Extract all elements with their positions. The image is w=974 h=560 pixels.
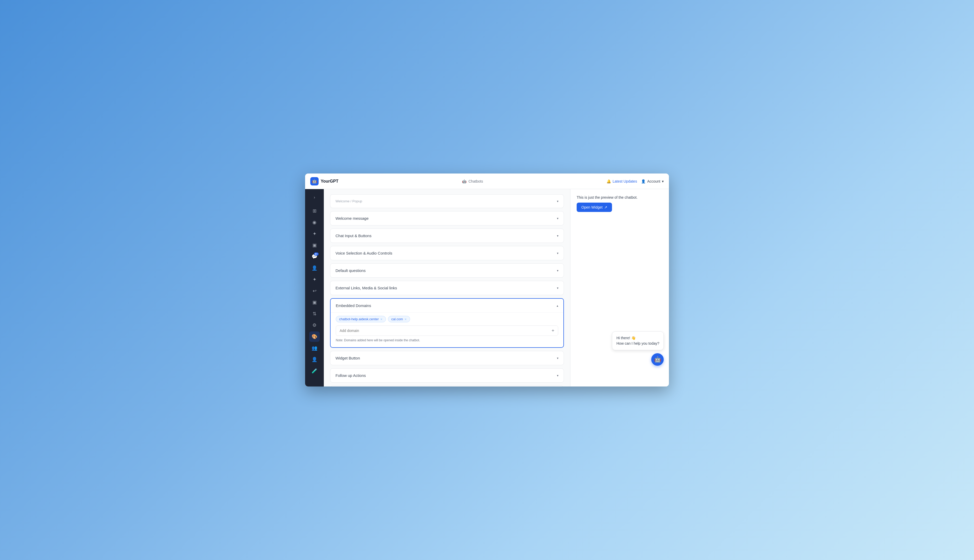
accordion-welcome-message: Welcome message ▾ — [330, 211, 564, 225]
accordion-welcome-popup-header[interactable]: Welcome / Popup ▾ — [330, 195, 564, 208]
open-widget-label: Open Widget — [581, 205, 603, 209]
add-domain-button[interactable]: + — [551, 328, 554, 333]
chevron-down-icon: ▾ — [557, 269, 558, 272]
app-window: 🤖 YourGPT 🤖 Chatbots 🔔 Latest Updates 👤 … — [305, 173, 669, 387]
account-label: Account — [647, 179, 660, 183]
preview-panel: This is just the preview of the chatbot.… — [570, 189, 669, 387]
settings-panel: Welcome / Popup ▾ Welcome message ▾ Chat… — [324, 189, 570, 387]
sidebar-item-broadcast[interactable]: ◉ — [309, 217, 320, 228]
accordion-follow-up-actions-header[interactable]: Follow up Actions ▾ — [330, 368, 564, 382]
chat-bot-widget-icon[interactable]: 🤖 — [651, 353, 664, 366]
sidebar: › ⊞ ◉ ✦ ▣ 💬 9+ 👤 ✦ ↩ ▣ ⇅ ⚙ 🎨 👥 👤 🧪 — [305, 189, 324, 387]
main-layout: › ⊞ ◉ ✦ ▣ 💬 9+ 👤 ✦ ↩ ▣ ⇅ ⚙ 🎨 👥 👤 🧪 — [305, 189, 669, 387]
chevron-down-icon: ▾ — [557, 374, 558, 377]
chat-greeting-line1: Hi there! 👋 — [616, 335, 659, 341]
accordion-voice-selection-header[interactable]: Voice Selection & Audio Controls ▾ — [330, 246, 564, 260]
top-right: 🔔 Latest Updates 👤 Account ▾ — [606, 179, 664, 183]
accordion-branding-header[interactable]: Branding ▾ — [330, 386, 564, 387]
domain-tag-label: chatbot-help.aidesk.center — [339, 317, 379, 321]
latest-updates-label: Latest Updates — [613, 179, 637, 183]
welcome-message-label: Welcome message — [336, 216, 369, 220]
sidebar-item-team[interactable]: 👥 — [309, 343, 320, 353]
add-domain-input[interactable] — [340, 328, 551, 333]
chevron-down-icon: ▾ — [557, 217, 558, 220]
chevron-up-icon: ▴ — [556, 304, 558, 308]
chat-input-buttons-label: Chat Input & Buttons — [336, 233, 371, 238]
chat-greeting-line2: How can I help you today? — [616, 341, 659, 346]
preview-note: This is just the preview of the chatbot. — [576, 195, 663, 200]
follow-up-actions-label: Follow up Actions — [336, 373, 366, 378]
open-widget-button[interactable]: Open Widget ↗ — [576, 203, 612, 212]
accordion-embedded-domains-header[interactable]: Embedded Domains ▴ — [331, 299, 563, 312]
sidebar-item-lab[interactable]: 🧪 — [309, 366, 320, 376]
accordion-external-links-header[interactable]: External Links, Media & Social links ▾ — [330, 281, 564, 295]
add-domain-row: + — [336, 325, 558, 336]
sidebar-item-undo[interactable]: ↩ — [309, 286, 320, 296]
chevron-down-icon: ▾ — [557, 234, 558, 238]
embedded-domains-body: chatbot-help.aidesk.center × cal.com × + — [331, 312, 563, 347]
remove-aidesk-tag-button[interactable]: × — [380, 317, 382, 321]
accordion-default-questions: Default questions ▾ — [330, 263, 564, 278]
widget-button-label: Widget Button — [336, 356, 360, 360]
accordion-voice-selection: Voice Selection & Audio Controls ▾ — [330, 246, 564, 260]
logo-icon: 🤖 — [310, 177, 319, 185]
accordion-chat-input-buttons: Chat Input & Buttons ▾ — [330, 228, 564, 243]
sidebar-item-reports[interactable]: ▣ — [309, 297, 320, 308]
chevron-down-icon: ▾ — [557, 286, 558, 290]
accordion-widget-button: Widget Button ▾ — [330, 351, 564, 365]
accordion-welcome-popup: Welcome / Popup ▾ — [330, 194, 564, 208]
external-link-icon: ↗ — [604, 205, 607, 209]
app-name: YourGPT — [321, 179, 338, 183]
sidebar-item-contacts[interactable]: 👤 — [309, 263, 320, 273]
voice-selection-label: Voice Selection & Audio Controls — [336, 251, 392, 255]
top-center: 🤖 Chatbots — [462, 179, 483, 183]
accordion-follow-up-actions: Follow up Actions ▾ — [330, 368, 564, 383]
sidebar-toggle[interactable]: › — [309, 192, 320, 203]
domains-tags: chatbot-help.aidesk.center × cal.com × — [336, 316, 558, 322]
chevron-down-icon: ▾ — [557, 252, 558, 255]
chevron-down-icon: ▾ — [557, 200, 558, 203]
account-button[interactable]: 👤 Account ▾ — [641, 179, 664, 183]
domain-tag-cal: cal.com × — [388, 316, 410, 322]
domain-tag-label: cal.com — [391, 317, 403, 321]
sidebar-item-customize[interactable]: 🎨 — [309, 332, 320, 342]
default-questions-label: Default questions — [336, 268, 366, 273]
sidebar-item-integrations[interactable]: ✦ — [309, 228, 320, 239]
remove-cal-tag-button[interactable]: × — [404, 317, 406, 321]
accordion-external-links: External Links, Media & Social links ▾ — [330, 281, 564, 295]
accordion-chat-input-buttons-header[interactable]: Chat Input & Buttons ▾ — [330, 229, 564, 243]
top-bar: 🤖 YourGPT 🤖 Chatbots 🔔 Latest Updates 👤 … — [305, 173, 669, 189]
sidebar-item-documents[interactable]: ▣ — [309, 240, 320, 250]
accordion-welcome-message-header[interactable]: Welcome message ▾ — [330, 212, 564, 225]
logo-area: 🤖 YourGPT — [310, 177, 338, 185]
sidebar-item-dashboard[interactable]: ⊞ — [309, 206, 320, 216]
accordion-default-questions-header[interactable]: Default questions ▾ — [330, 263, 564, 277]
welcome-popup-label: Welcome / Popup — [336, 199, 362, 203]
sidebar-item-users[interactable]: 👤 — [309, 354, 320, 365]
bell-icon: 🔔 — [606, 179, 611, 183]
chevron-down-icon: ▾ — [557, 357, 558, 360]
accordion-embedded-domains: Embedded Domains ▴ chatbot-help.aidesk.c… — [330, 298, 564, 348]
domain-tag-aidesk: chatbot-help.aidesk.center × — [336, 316, 386, 322]
chevron-down-icon: ▾ — [662, 179, 664, 183]
sidebar-item-agents[interactable]: ✦ — [309, 274, 320, 285]
accordion-widget-button-header[interactable]: Widget Button ▾ — [330, 351, 564, 365]
chatbots-label: Chatbots — [469, 179, 483, 183]
embedded-domains-label: Embedded Domains — [336, 303, 371, 308]
latest-updates-button[interactable]: 🔔 Latest Updates — [606, 179, 637, 183]
chat-bubble: Hi there! 👋 How can I help you today? — [612, 332, 664, 350]
chat-badge: 9+ — [314, 252, 319, 256]
chatbots-icon: 🤖 — [462, 179, 466, 183]
chat-preview: Hi there! 👋 How can I help you today? 🤖 — [612, 332, 664, 366]
content-area: Welcome / Popup ▾ Welcome message ▾ Chat… — [324, 189, 669, 387]
external-links-label: External Links, Media & Social links — [336, 286, 397, 290]
sidebar-item-flows[interactable]: ⇅ — [309, 308, 320, 319]
account-icon: 👤 — [641, 179, 645, 183]
accordion-branding: Branding ▾ — [330, 386, 564, 387]
sidebar-item-chat[interactable]: 💬 9+ — [309, 252, 320, 262]
sidebar-item-settings[interactable]: ⚙ — [309, 320, 320, 330]
domains-note: Note: Domains added here will be opened … — [336, 338, 558, 342]
